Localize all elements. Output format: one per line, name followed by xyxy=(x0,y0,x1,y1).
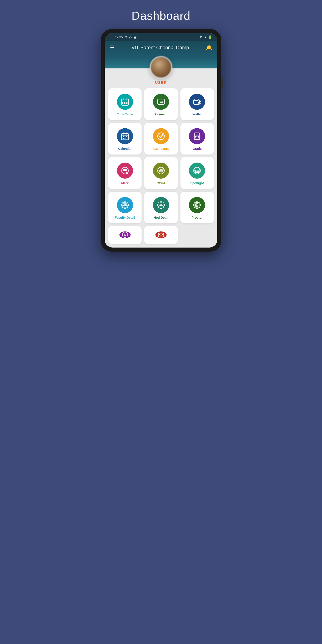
menu-item-grade[interactable]: Grade xyxy=(180,123,214,154)
svg-rect-35 xyxy=(123,172,126,172)
partial-1-icon: $ xyxy=(120,232,130,238)
faculty-detail-label: Faculty Detail xyxy=(115,216,135,219)
wallet-icon-circle xyxy=(189,94,205,110)
battery-icon: 🔋 xyxy=(208,35,212,39)
empty-slot xyxy=(180,226,214,244)
cgpa-label: CGPA xyxy=(156,181,165,185)
menu-grid: Time Table PAY Payment xyxy=(108,88,214,224)
menu-item-time-table[interactable]: Time Table xyxy=(108,88,142,120)
partial-row: $ xyxy=(108,226,214,244)
svg-line-38 xyxy=(127,168,128,169)
partial-2-svg xyxy=(158,232,164,238)
time-table-icon xyxy=(120,97,130,106)
svg-rect-9 xyxy=(126,103,128,104)
signal-icon: ▲ xyxy=(204,35,207,39)
sim-icon: ▣ xyxy=(134,35,137,39)
user-label: USER xyxy=(108,81,214,85)
wifi-icon: ▼ xyxy=(199,35,202,39)
wallet-label: Wallet xyxy=(192,112,202,116)
payment-icon: PAY xyxy=(156,97,166,106)
svg-point-60 xyxy=(162,204,163,205)
spotlight-label: Spotlight xyxy=(190,181,204,185)
hod-dean-icon-circle xyxy=(153,197,169,213)
svg-point-22 xyxy=(123,136,124,137)
proctor-icon xyxy=(192,200,202,210)
mark-icon-circle xyxy=(117,162,133,179)
payment-label: Payment xyxy=(154,112,168,116)
svg-point-59 xyxy=(159,204,160,205)
svg-text:$: $ xyxy=(124,234,126,236)
proctor-icon-circle xyxy=(189,197,205,213)
menu-item-calendar[interactable]: Calendar xyxy=(108,123,142,154)
status-bar: 12:35 ⊕ ⚙ ▣ ▼ ▲ 🔋 xyxy=(105,33,217,41)
proctor-label: Proctor xyxy=(192,216,202,219)
avatar xyxy=(150,56,172,78)
calendar-label: Calendar xyxy=(118,147,132,150)
menu-item-faculty-detail[interactable]: Faculty Detail xyxy=(108,192,142,224)
attendance-icon-circle xyxy=(153,128,169,144)
attendance-icon xyxy=(156,132,166,141)
svg-point-26 xyxy=(124,138,126,139)
menu-item-partial-1[interactable]: $ xyxy=(108,226,142,244)
time-table-icon-circle xyxy=(117,94,133,110)
menu-item-partial-2[interactable] xyxy=(144,226,178,244)
status-time: 12:35 xyxy=(115,35,123,39)
camera-dot xyxy=(110,36,113,39)
attendance-label: Attendance xyxy=(152,147,170,150)
svg-rect-5 xyxy=(124,102,126,103)
svg-point-23 xyxy=(124,136,126,137)
time-table-label: Time Table xyxy=(117,112,133,116)
bell-icon[interactable]: 🔔 xyxy=(206,45,212,50)
menu-item-cgpa[interactable]: CGPA xyxy=(144,157,178,189)
mark-label: Mark xyxy=(121,181,128,185)
svg-rect-34 xyxy=(123,170,127,171)
svg-rect-50 xyxy=(122,206,128,208)
avatar-container xyxy=(108,56,214,78)
partial-2-icon xyxy=(156,232,166,238)
calendar-icon-circle xyxy=(117,128,133,144)
side-button xyxy=(222,78,223,90)
svg-point-66 xyxy=(197,205,198,206)
svg-point-16 xyxy=(199,102,200,103)
menu-item-mark[interactable]: Mark xyxy=(108,157,142,189)
svg-point-63 xyxy=(196,204,197,205)
svg-rect-4 xyxy=(122,102,124,103)
menu-item-attendance[interactable]: Attendance xyxy=(144,123,178,154)
partial-1-svg: $ xyxy=(122,232,128,238)
svg-point-64 xyxy=(197,204,198,205)
payment-icon-circle: PAY xyxy=(153,94,169,110)
cgpa-icon xyxy=(156,166,166,175)
wallet-icon xyxy=(192,97,202,106)
menu-item-wallet[interactable]: Wallet xyxy=(180,88,214,120)
spotlight-icon-circle: NEWS xyxy=(189,162,205,179)
grade-icon xyxy=(192,132,202,141)
svg-rect-69 xyxy=(158,233,164,237)
svg-rect-6 xyxy=(126,102,128,103)
svg-rect-40 xyxy=(160,170,162,172)
calendar-icon xyxy=(120,132,130,141)
location-icon: ⊕ xyxy=(124,35,127,39)
faculty-detail-icon xyxy=(120,200,130,210)
status-right: ▼ ▲ 🔋 xyxy=(199,35,212,39)
hod-dean-icon xyxy=(156,200,166,210)
svg-rect-7 xyxy=(122,103,124,104)
svg-rect-8 xyxy=(124,103,126,104)
hod-dean-label: Hod Dean xyxy=(154,216,168,219)
menu-icon[interactable]: ☰ xyxy=(110,45,114,50)
faculty-detail-icon-circle xyxy=(117,197,133,213)
svg-point-65 xyxy=(196,205,197,206)
mark-icon xyxy=(120,166,130,175)
status-left: 12:35 ⊕ ⚙ ▣ xyxy=(110,35,137,39)
menu-item-spotlight[interactable]: NEWS Spotlight xyxy=(180,157,214,189)
page-title: Dashboard xyxy=(132,9,190,22)
svg-point-24 xyxy=(126,136,127,137)
spotlight-icon: NEWS xyxy=(192,166,202,175)
svg-point-37 xyxy=(127,173,128,173)
menu-item-payment[interactable]: PAY Payment xyxy=(144,88,178,120)
settings-icon: ⚙ xyxy=(129,35,132,39)
svg-rect-41 xyxy=(158,172,164,172)
menu-item-proctor[interactable]: Proctor xyxy=(180,192,214,224)
svg-marker-30 xyxy=(196,136,198,137)
menu-item-hod-dean[interactable]: Hod Dean xyxy=(144,192,178,224)
phone-frame: 12:35 ⊕ ⚙ ▣ ▼ ▲ 🔋 ☰ VIT Parent Chennai C… xyxy=(100,29,222,252)
